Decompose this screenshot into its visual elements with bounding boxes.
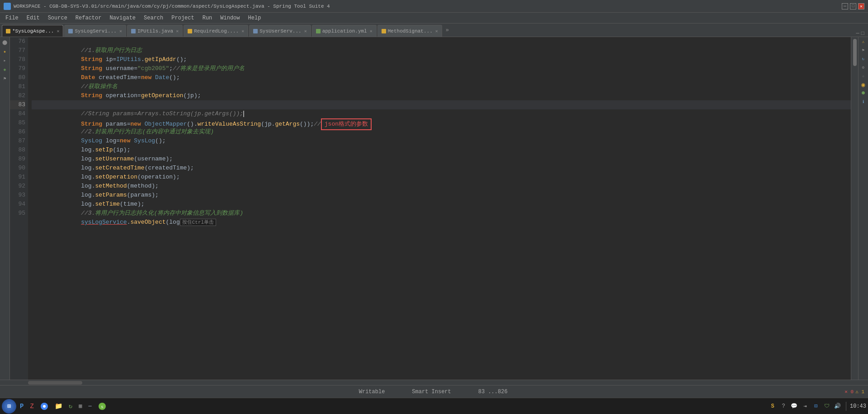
- menu-window[interactable]: Window: [217, 14, 243, 22]
- menu-refactor[interactable]: Refactor: [72, 14, 105, 22]
- svg-text:S: S: [101, 405, 103, 409]
- settings-icon[interactable]: ⚙: [860, 64, 867, 71]
- tab-close-icon[interactable]: ✕: [176, 28, 179, 34]
- task-icon[interactable]: ⚑: [1, 75, 9, 82]
- tab-requiredlog[interactable]: RequiredLog.... ✕: [184, 25, 248, 37]
- app-icon: [4, 3, 11, 10]
- tab-syslogservice[interactable]: SysLogServi... ✕: [64, 25, 126, 37]
- diff-icon[interactable]: ◈: [1, 66, 9, 73]
- breakpoint-icon[interactable]: ⬤: [1, 39, 9, 46]
- git-icon[interactable]: ◉: [860, 81, 867, 88]
- java-file-icon: [6, 29, 10, 33]
- tab-methodsignature[interactable]: MethodSignat... ✕: [377, 25, 442, 37]
- status-writable: Writable: [354, 389, 390, 395]
- taskbar-filezilla[interactable]: Z: [27, 400, 36, 413]
- spring-icon: S: [98, 402, 106, 410]
- bookmark-icon[interactable]: ★: [1, 48, 9, 55]
- menu-project[interactable]: Project: [168, 14, 198, 22]
- scrollbar-thumb[interactable]: [853, 39, 857, 66]
- tab-overflow-button[interactable]: »: [443, 27, 452, 33]
- line-number: 80: [10, 73, 25, 82]
- tray-s-icon[interactable]: S: [768, 402, 777, 411]
- maximize-editor-button[interactable]: □: [861, 30, 864, 37]
- tab-close-icon[interactable]: ✕: [241, 28, 244, 34]
- tab-close-icon[interactable]: ✕: [57, 28, 59, 34]
- vertical-scrollbar[interactable]: [851, 37, 858, 380]
- tab-applicationyml[interactable]: application.yml ✕: [312, 25, 377, 37]
- tab-label: application.yml: [322, 28, 367, 34]
- taskbar-refresh[interactable]: ↻: [66, 400, 75, 413]
- chrome-icon: [40, 402, 48, 410]
- line-number: 78: [10, 55, 25, 64]
- tab-sysuserservice[interactable]: SysUserServ... ✕: [249, 25, 311, 37]
- tray-shield-icon[interactable]: 🛡: [822, 402, 831, 411]
- minimize-editor-button[interactable]: —: [856, 30, 859, 37]
- tab-iputils[interactable]: IPUtils.java ✕: [127, 25, 183, 37]
- tray-help-icon[interactable]: ?: [779, 402, 788, 411]
- folder-icon: 📁: [55, 402, 62, 410]
- menu-search[interactable]: Search: [140, 14, 167, 22]
- taskbar-time: 10:43: [850, 403, 866, 409]
- tab-close-icon[interactable]: ✕: [435, 28, 438, 34]
- line-number: 93: [10, 191, 25, 200]
- h-scrollbar-thumb[interactable]: [28, 381, 82, 385]
- tab-close-icon[interactable]: ✕: [370, 28, 373, 34]
- green-dot-icon[interactable]: ●: [860, 89, 867, 97]
- menu-navigate[interactable]: Navigate: [106, 14, 139, 22]
- tab-label: IPUtils.java: [137, 28, 173, 34]
- start-button[interactable]: ⊞: [2, 399, 16, 414]
- p-icon: P: [20, 403, 24, 410]
- taskbar-p[interactable]: P: [17, 400, 26, 413]
- taskbar-folder[interactable]: 📁: [52, 400, 65, 413]
- code-line-91: log.setMethod(method);: [32, 173, 851, 182]
- tab-syslogaspect[interactable]: *SysLogAspe... ✕: [2, 25, 63, 37]
- taskbar-app2[interactable]: —: [85, 400, 94, 413]
- menu-file[interactable]: File: [2, 14, 22, 22]
- tray-network-icon[interactable]: ⊡: [811, 402, 821, 411]
- folding-icon[interactable]: ▸: [1, 57, 9, 64]
- bookmark2-icon[interactable]: ☆: [860, 72, 867, 80]
- tab-close-icon[interactable]: ✕: [119, 28, 122, 34]
- line-number: 82: [10, 91, 25, 100]
- maximize-button[interactable]: □: [850, 3, 856, 9]
- tab-label: SysLogServi...: [75, 28, 116, 34]
- taskbar-spring[interactable]: S: [95, 400, 109, 413]
- tray-volume-icon[interactable]: 🔊: [833, 402, 842, 411]
- problems-icon[interactable]: ⚠: [860, 38, 867, 45]
- minimize-button[interactable]: —: [842, 3, 848, 9]
- status-insert-mode: Smart Insert: [407, 389, 455, 395]
- code-line-92: log.setParams(params);: [32, 182, 851, 191]
- tab-label: MethodSignat...: [388, 28, 433, 34]
- task-icon[interactable]: ⚑: [860, 47, 867, 54]
- horizontal-scrollbar[interactable]: [0, 380, 868, 385]
- menu-run[interactable]: Run: [199, 14, 216, 22]
- taskbar-vm[interactable]: ▦: [76, 400, 85, 413]
- java-file-icon: [68, 29, 73, 33]
- code-line-86: SysLog log=new SysLog();: [32, 127, 851, 136]
- info-icon[interactable]: ℹ: [860, 98, 867, 105]
- menu-bar: File Edit Source Refactor Navigate Searc…: [0, 13, 868, 24]
- line-number: 88: [10, 146, 25, 155]
- tab-close-icon[interactable]: ✕: [304, 28, 307, 34]
- vm-icon: ▦: [79, 403, 82, 409]
- code-line-84: String params=new ObjectMapper().writeVa…: [32, 109, 851, 118]
- code-line-77: String ip=IPUtils.getIpAddr();: [32, 46, 851, 55]
- taskbar-chrome[interactable]: [38, 400, 51, 413]
- line-number: 84: [10, 109, 25, 118]
- close-button[interactable]: ✕: [858, 3, 864, 9]
- line-number: 79: [10, 64, 25, 73]
- title-controls[interactable]: — □ ✕: [842, 3, 864, 9]
- tray-chat-icon[interactable]: 💬: [790, 402, 799, 411]
- yml-file-icon: [316, 29, 321, 33]
- code-editor[interactable]: //1.获取用户行为日志 String ip=IPUtils.getIpAddr…: [28, 37, 851, 380]
- menu-source[interactable]: Source: [44, 14, 71, 22]
- app2-icon: —: [88, 403, 91, 409]
- menu-edit[interactable]: Edit: [23, 14, 43, 22]
- status-error-icon: ✕ 0: [844, 389, 854, 395]
- menu-help[interactable]: Help: [245, 14, 265, 22]
- code-line-85: //2.封装用户行为日志(在内容中通过对象去实现): [32, 118, 851, 127]
- java-file-icon: [131, 29, 136, 33]
- sync-icon[interactable]: ↻: [860, 55, 867, 62]
- tray-arrow-icon[interactable]: ⇥: [801, 402, 810, 411]
- code-line-80: //获取操作名: [32, 73, 851, 82]
